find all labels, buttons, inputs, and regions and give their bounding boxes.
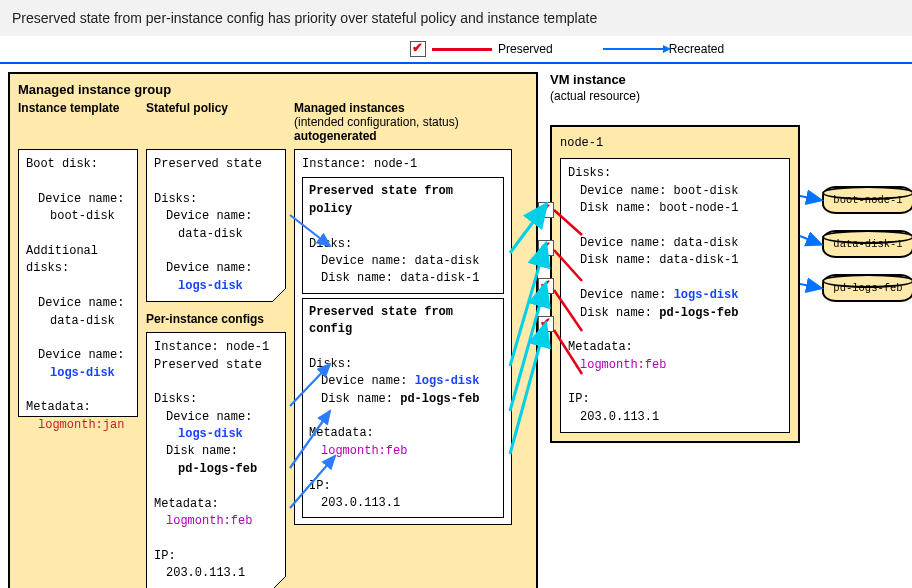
vm-metadata-label: Metadata: <box>568 339 782 356</box>
disks-label: Disks: <box>154 191 278 208</box>
managed-instance-label: Instance: node-1 <box>302 156 504 173</box>
policy-data-disk: data-disk <box>154 226 278 243</box>
vm-data-device: Device name: data-disk <box>568 235 782 252</box>
vm-side: VM instance (actual resource) node-1 Dis… <box>550 72 904 588</box>
template-box: Boot disk: Device name: boot-disk Additi… <box>18 149 138 417</box>
vm-boot-device: Device name: boot-disk <box>568 183 782 200</box>
per-instance-title: Per-instance configs <box>146 312 286 326</box>
vm-metadata: logmonth:feb <box>568 357 782 374</box>
managed-title: Managed instances (intended configuratio… <box>294 101 512 143</box>
legend-preserved: Preserved <box>410 41 553 57</box>
managed-subtitle: (intended configuration, status) <box>294 115 459 129</box>
vm-logs-name-val: pd-logs-feb <box>659 306 738 320</box>
disk-logs-label: pd-logs-feb <box>833 282 902 294</box>
managed-subtitle2: autogenerated <box>294 129 377 143</box>
banner-title: Preserved state from per-instance config… <box>0 0 912 36</box>
vm-title: VM instance <box>550 72 904 87</box>
legend-recreated-label: Recreated <box>669 42 724 56</box>
vm-ip-label: IP: <box>568 391 782 408</box>
from-config-metadata: logmonth:feb <box>309 443 497 460</box>
device-name-label: Device name: <box>154 409 278 426</box>
per-instance-instance: Instance: node-1 <box>154 339 278 356</box>
logs-disk-name: logs-disk <box>26 365 130 382</box>
check-icon <box>538 316 554 332</box>
per-instance-metadata: logmonth:feb <box>154 513 278 530</box>
device-name-label: Device name: <box>26 191 130 208</box>
vm-subtitle: (actual resource) <box>550 89 904 103</box>
boot-disk-name: boot-disk <box>26 208 130 225</box>
legend-preserved-label: Preserved <box>498 42 553 56</box>
per-instance-metadata-label: Metadata: <box>154 496 278 513</box>
from-config-diskname-prefix: Disk name: <box>321 392 400 406</box>
legend-recreated: Recreated <box>603 42 724 56</box>
from-policy-diskname: Disk name: data-disk-1 <box>309 270 497 287</box>
vm-data-name: Disk name: data-disk-1 <box>568 252 782 269</box>
preserved-line-icon <box>432 48 492 51</box>
from-policy-title: Preserved state from policy <box>309 183 497 218</box>
col-stateful: Stateful policy Preserved state Disks: D… <box>146 101 286 588</box>
from-config-ip: 203.0.113.1 <box>309 495 497 512</box>
from-policy-disks: Disks: <box>309 236 497 253</box>
vm-logs-name: Disk name: pd-logs-feb <box>568 305 782 322</box>
from-config-diskname-val: pd-logs-feb <box>400 392 479 406</box>
from-config-box: Preserved state from config Disks: Devic… <box>302 298 504 519</box>
device-name-label: Device name: <box>154 260 278 277</box>
legend: Preserved Recreated <box>0 36 912 64</box>
metadata-label: Metadata: <box>26 399 130 416</box>
vm-logs-device: Device name: logs-disk <box>568 287 782 304</box>
policy-logs-disk: logs-disk <box>154 278 278 295</box>
from-config-logs-disk: logs-disk <box>415 374 480 388</box>
disk-resources: boot-node-1 data-disk-1 pd-logs-feb <box>822 186 912 302</box>
per-instance-logs-disk: logs-disk <box>154 426 278 443</box>
per-instance-preserved: Preserved state <box>154 357 278 374</box>
disk-boot: boot-node-1 <box>822 186 912 214</box>
per-instance-disk-name: pd-logs-feb <box>154 461 278 478</box>
vm-name: node-1 <box>560 135 790 152</box>
check-icon <box>538 240 554 256</box>
disk-boot-label: boot-node-1 <box>833 194 902 206</box>
from-config-disks: Disks: <box>309 356 497 373</box>
mig-container: Managed instance group Instance template… <box>8 72 538 588</box>
check-icon <box>410 41 426 57</box>
disk-name-label: Disk name: <box>154 443 278 460</box>
from-config-device-prefix: Device name: <box>321 374 415 388</box>
from-config-diskname: Disk name: pd-logs-feb <box>309 391 497 408</box>
vm-boot-name: Disk name: boot-node-1 <box>568 200 782 217</box>
preserved-checks <box>538 202 554 332</box>
policy-box: Preserved state Disks: Device name: data… <box>146 149 286 302</box>
data-disk-name: data-disk <box>26 313 130 330</box>
template-title: Instance template <box>18 101 138 143</box>
per-instance-box: Instance: node-1 Preserved state Disks: … <box>146 332 286 588</box>
from-config-metadata-label: Metadata: <box>309 425 497 442</box>
col-template: Instance template Boot disk: Device name… <box>18 101 138 417</box>
disk-data: data-disk-1 <box>822 230 912 258</box>
col-managed: Managed instances (intended configuratio… <box>294 101 512 525</box>
vm-logs-name-prefix: Disk name: <box>580 306 659 320</box>
per-instance-ip: 203.0.113.1 <box>154 565 278 582</box>
from-config-title: Preserved state from config <box>309 304 497 339</box>
from-policy-device: Device name: data-disk <box>309 253 497 270</box>
vm-ip: 203.0.113.1 <box>568 409 782 426</box>
vm-disks-label: Disks: <box>568 165 782 182</box>
managed-title-text: Managed instances <box>294 101 405 115</box>
preserved-state-label: Preserved state <box>154 156 278 173</box>
check-icon <box>538 278 554 294</box>
vm-box: node-1 Disks: Device name: boot-disk Dis… <box>550 125 800 443</box>
recreated-line-icon <box>603 48 663 50</box>
device-name-label: Device name: <box>26 295 130 312</box>
check-icon <box>538 202 554 218</box>
vm-logs-device-prefix: Device name: <box>580 288 674 302</box>
device-name-label: Device name: <box>154 208 278 225</box>
additional-disks-label: Additional disks: <box>26 243 130 278</box>
vm-logs-disk: logs-disk <box>674 288 739 302</box>
disk-data-label: data-disk-1 <box>833 238 902 250</box>
per-instance-disks: Disks: <box>154 391 278 408</box>
device-name-label: Device name: <box>26 347 130 364</box>
metadata-value: logmonth:jan <box>26 417 130 434</box>
per-instance-ip-label: IP: <box>154 548 278 565</box>
boot-disk-label: Boot disk: <box>26 156 130 173</box>
from-policy-box: Preserved state from policy Disks: Devic… <box>302 177 504 293</box>
policy-title: Stateful policy <box>146 101 286 143</box>
managed-instance-box: Instance: node-1 Preserved state from po… <box>294 149 512 525</box>
disk-logs: pd-logs-feb <box>822 274 912 302</box>
